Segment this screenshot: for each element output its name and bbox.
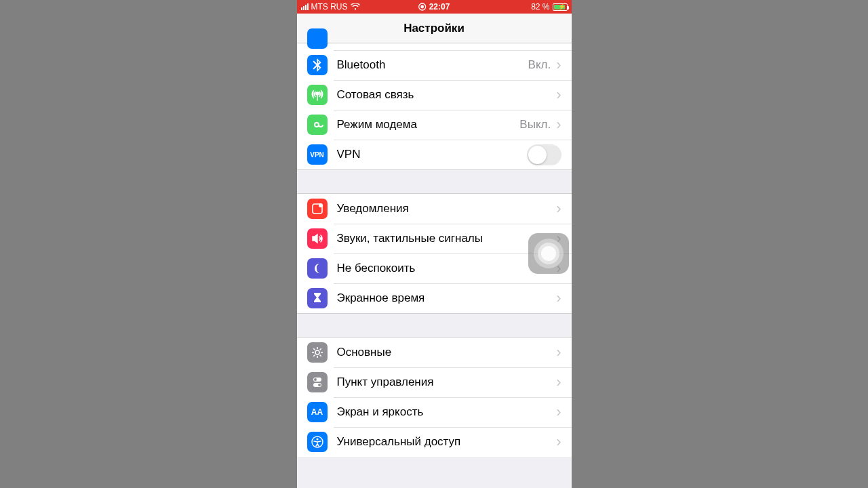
hotspot-icon [307,115,328,135]
row-general[interactable]: Основные › [297,338,572,367]
display-icon: AA [307,402,328,422]
row-label: Универсальный доступ [337,435,555,449]
row-label: Bluetooth [337,58,528,72]
row-bluetooth[interactable]: Bluetooth Вкл. › [297,50,572,80]
svg-point-10 [316,439,318,441]
row-label: Режим модема [337,118,520,131]
svg-point-4 [315,350,319,354]
bluetooth-icon [307,55,328,75]
control-center-icon [307,372,328,392]
gear-icon [307,342,328,363]
group-separator [297,313,572,338]
chevron-right-icon: › [556,434,561,449]
row-control-center[interactable]: Пункт управления › [297,367,572,397]
page-title: Настройки [403,22,465,35]
row-label: Уведомления [337,202,555,216]
svg-point-3 [319,203,323,207]
carrier-label: MTS RUS [311,2,348,12]
chevron-right-icon: › [556,345,561,360]
row-label: Звуки, тактильные сигналы [337,232,555,245]
status-bar: MTS RUS 22:07 82 % ⚡ [297,0,572,14]
row-accessibility[interactable]: Универсальный доступ › [297,427,572,457]
chevron-right-icon: › [556,375,561,390]
chevron-right-icon: › [556,117,561,132]
chevron-right-icon: › [556,405,561,420]
sounds-icon [307,228,328,249]
row-label: Сотовая связь [337,88,555,102]
row-screen-time[interactable]: Экранное время › [297,283,572,313]
cellular-icon [307,85,328,105]
row-label: Не беспокоить [337,262,555,275]
chevron-right-icon: › [556,291,561,306]
row-label: Пункт управления [337,375,555,389]
chevron-right-icon: › [556,87,561,102]
hourglass-icon [307,288,328,308]
battery-icon: ⚡ [553,3,568,11]
row-label: Основные [337,346,555,359]
moon-icon [307,258,328,279]
row-hotspot[interactable]: Режим модема Выкл. › [297,110,572,140]
row-wifi-partial[interactable] [297,43,572,50]
chevron-right-icon: › [556,201,561,216]
battery-pct-label: 82 % [531,2,549,12]
svg-point-7 [314,378,317,381]
row-notifications[interactable]: Уведомления › [297,194,572,224]
wifi-settings-icon [307,28,328,49]
row-vpn[interactable]: VPN VPN [297,140,572,169]
vpn-toggle[interactable] [527,144,561,165]
row-display[interactable]: AA Экран и яркость › [297,397,572,427]
row-cellular[interactable]: Сотовая связь › [297,80,572,110]
svg-point-1 [420,5,424,9]
row-label: Экран и яркость [337,405,555,419]
recording-icon [418,3,427,11]
notifications-icon [307,199,328,219]
signal-icon [301,3,309,10]
chevron-right-icon: › [556,58,561,73]
row-label: VPN [337,148,527,161]
clock-label: 22:07 [429,2,450,12]
row-detail: Вкл. [528,58,551,72]
assistive-touch-button[interactable] [528,233,569,274]
page-title-bar: Настройки [297,14,572,43]
row-label: Экранное время [337,291,555,305]
vpn-icon: VPN [307,144,328,165]
group-separator [297,169,572,194]
wifi-icon [351,3,360,10]
row-detail: Выкл. [519,118,551,131]
svg-point-8 [318,384,321,386]
accessibility-icon [307,432,328,452]
